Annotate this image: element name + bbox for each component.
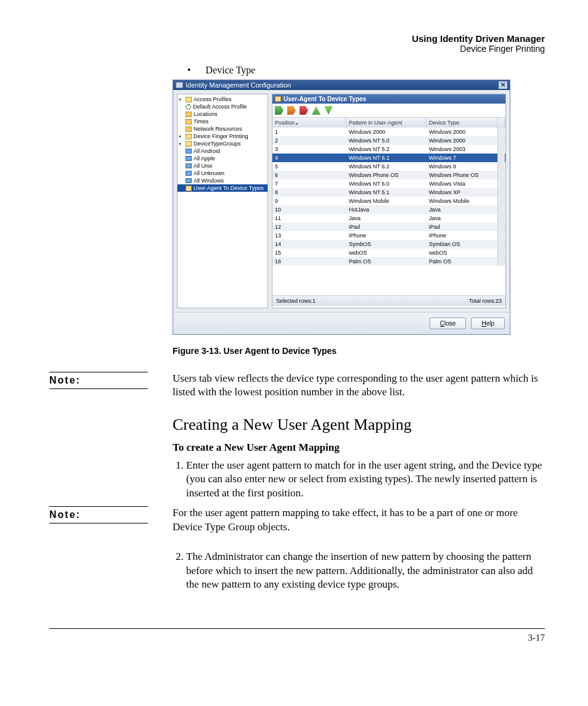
scroll-gutter [497, 179, 505, 188]
toolbar-up-icon[interactable] [312, 106, 321, 115]
scroll-gutter [497, 162, 505, 171]
help-button[interactable]: Help [471, 318, 505, 329]
table-row[interactable]: 5Windows NT 6.2Windows 8 [272, 162, 505, 171]
cell-pattern: HotJava [346, 205, 427, 214]
table-row[interactable]: 10HotJavaJava [272, 205, 505, 214]
scroll-gutter [497, 136, 505, 145]
main-column: Creating a New User Agent Mapping To cre… [173, 416, 545, 500]
bullet-device-type: •Device Type [187, 65, 545, 76]
dialog-title: Identity Management Configuration [186, 81, 291, 89]
cell-position: 15 [272, 248, 346, 257]
main-column: The Administrator can change the inserti… [173, 550, 545, 591]
table-row[interactable]: 16Palm OSPalm OS [272, 257, 505, 266]
cell-pattern: Windows Mobile [346, 197, 427, 205]
grid-header[interactable]: Position Pattern in User-Agent Device Ty… [272, 118, 505, 128]
group-icon [186, 171, 192, 176]
toolbar-edit-icon[interactable] [287, 106, 296, 115]
cell-pattern: iPad [346, 223, 427, 231]
tree-default-profile[interactable]: Default Access Profile [178, 103, 267, 110]
scroll-gutter [497, 248, 505, 257]
cell-pattern: Windows 2000 [346, 128, 427, 136]
table-row[interactable]: 9Windows MobileWindows Mobile [272, 197, 505, 205]
tree-all-unix[interactable]: All Unix [178, 162, 267, 170]
cell-pattern: webOS [346, 248, 427, 257]
main-column: •Device Type Identity Management Configu… [173, 65, 545, 356]
cell-device-type: iPhone [427, 231, 497, 240]
note-1: Note: Users tab view reflects the device… [49, 372, 545, 400]
table-row[interactable]: 7Windows NT 6.0Windows Vista [272, 179, 505, 188]
cell-device-type: Windows Phone OS [427, 171, 497, 179]
folder-icon [186, 112, 192, 117]
cell-position: 1 [272, 128, 346, 136]
cell-position: 11 [272, 214, 346, 223]
tree-locations[interactable]: Locations [178, 110, 267, 118]
cell-position: 7 [272, 179, 346, 188]
note-body: For the user agent pattern mapping to ta… [173, 506, 545, 534]
cell-device-type: Windows 2003 [427, 145, 497, 154]
col-pattern[interactable]: Pattern in User-Agent [346, 118, 427, 128]
cell-device-type: Windows Mobile [427, 197, 497, 205]
cell-pattern: Windows Phone OS [346, 171, 427, 179]
table-row[interactable]: 1Windows 2000Windows 2000 [272, 128, 505, 136]
toolbar-new-icon[interactable] [275, 106, 284, 115]
bullet-dot-icon: • [187, 65, 191, 75]
grid-body[interactable]: 1Windows 2000Windows 20002Windows NT 5.0… [272, 128, 505, 295]
toolbar-down-icon[interactable] [324, 106, 333, 115]
tree-expand-icon[interactable]: ▾ [179, 141, 184, 147]
col-position[interactable]: Position [272, 118, 346, 128]
table-row[interactable]: 6Windows Phone OSWindows Phone OS [272, 171, 505, 179]
scroll-gutter [497, 214, 505, 223]
col-device-type[interactable]: Device Type [427, 118, 497, 128]
header-title: Using Identity Driven Manager [49, 33, 545, 44]
table-row[interactable]: 4Windows NT 6.1Windows 7 [272, 154, 505, 162]
folder-open-icon [275, 96, 281, 102]
table-row[interactable]: 14SymbOSSymbian OS [272, 240, 505, 248]
note-2: Note: For the user agent pattern mapping… [49, 506, 545, 534]
scroll-gutter [497, 223, 505, 231]
group-icon [186, 163, 192, 168]
tree-all-apple[interactable]: All Apple [178, 155, 267, 162]
table-row[interactable]: 2Windows NT 5.0Windows 2000 [272, 136, 505, 145]
bullet-text: Device Type [206, 65, 256, 75]
scroll-gutter [497, 171, 505, 179]
tree-network-resources[interactable]: Network Resources [178, 125, 267, 133]
table-row[interactable]: 12iPadiPad [272, 223, 505, 231]
note-label: Note: [49, 372, 148, 389]
close-button[interactable]: Close [430, 318, 467, 329]
page: Using Identity Driven Manager Device Fin… [0, 0, 588, 668]
tree-access-profiles[interactable]: ▾Access Profiles [178, 96, 267, 103]
table-row[interactable]: 11JavaJava [272, 214, 505, 223]
table-row[interactable]: 15webOSwebOS [272, 248, 505, 257]
gear-icon [186, 104, 191, 110]
pane-title: User-Agent To Device Types [272, 94, 505, 104]
table-row[interactable]: 13iPhoneiPhone [272, 231, 505, 240]
cell-position: 2 [272, 136, 346, 145]
tree-ua-to-device-types[interactable]: User-Agent To Device Types [178, 184, 267, 192]
figure-caption: Figure 3-13. User Agent to Device Types [173, 346, 545, 356]
table-row[interactable]: 8Windows NT 5.1Windows XP [272, 188, 505, 197]
close-icon[interactable]: ✕ [499, 81, 507, 89]
cell-position: 16 [272, 257, 346, 266]
cell-pattern: Palm OS [346, 257, 427, 266]
toolbar-delete-icon[interactable] [300, 106, 308, 115]
total-rows: Total rows:23 [469, 298, 502, 304]
tree-all-unknown[interactable]: All Unknown [178, 170, 267, 177]
scroll-gutter [497, 205, 505, 214]
tree-device-type-groups[interactable]: ▾DeviceTypeGroups [178, 140, 267, 147]
tree-expand-icon[interactable]: ▾ [179, 134, 184, 139]
tree-all-android[interactable]: All Android [178, 147, 267, 155]
table-row[interactable]: 3Windows NT 5.2Windows 2003 [272, 145, 505, 154]
nav-tree[interactable]: ▾Access Profiles Default Access Profile … [177, 94, 268, 308]
cell-position: 9 [272, 197, 346, 205]
cell-pattern: Java [346, 214, 427, 223]
tree-times[interactable]: Times [178, 118, 267, 125]
header-subtitle: Device Finger Printing [49, 44, 545, 54]
cell-position: 8 [272, 188, 346, 197]
tree-device-fp[interactable]: ▾Device Finger Printing [178, 133, 267, 140]
tree-all-windows[interactable]: All Windows [178, 177, 267, 184]
toolbar [272, 104, 505, 118]
cell-pattern: Windows NT 6.1 [346, 154, 427, 162]
dialog-titlebar[interactable]: Identity Management Configuration ✕ [173, 80, 510, 90]
cell-pattern: Windows NT 5.2 [346, 145, 427, 154]
tree-expand-icon[interactable]: ▾ [179, 97, 184, 102]
